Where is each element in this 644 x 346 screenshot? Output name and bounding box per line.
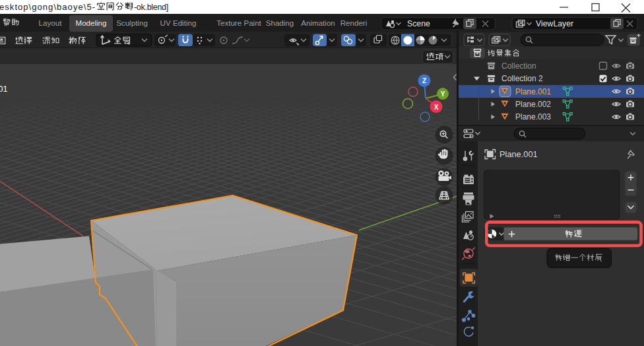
svg-text:Plane.003: Plane.003	[515, 112, 551, 121]
svg-text:esktop\gong\baoye\5-: esktop\gong\baoye\5-	[0, 2, 96, 12]
svg-text:Collection: Collection	[501, 61, 536, 71]
svg-text:Animation: Animation	[301, 18, 335, 27]
svg-text:01: 01	[0, 85, 7, 94]
svg-text:Z: Z	[422, 77, 426, 85]
svg-text:Y: Y	[441, 90, 445, 98]
svg-text:.: .	[600, 255, 602, 263]
svg-text:X: X	[434, 104, 439, 111]
svg-text:Collection 2: Collection 2	[501, 74, 543, 83]
svg-text:Sculpting: Sculpting	[116, 18, 148, 27]
svg-text:Renderi: Renderi	[340, 18, 368, 27]
svg-text:ViewLayer: ViewLayer	[536, 19, 573, 28]
svg-text:Texture Paint: Texture Paint	[216, 18, 261, 27]
svg-text:Modeling: Modeling	[75, 18, 106, 27]
svg-text:Scene: Scene	[407, 19, 430, 28]
svg-text:Plane.001: Plane.001	[515, 87, 551, 96]
svg-text:Shading: Shading	[266, 18, 294, 27]
svg-text:UV Editing: UV Editing	[160, 18, 197, 27]
svg-text:-ok.blend]: -ok.blend]	[134, 3, 168, 12]
svg-text:Plane.002: Plane.002	[515, 100, 551, 109]
svg-text:Plane.001: Plane.001	[499, 149, 538, 159]
svg-text:Layout: Layout	[39, 18, 63, 27]
